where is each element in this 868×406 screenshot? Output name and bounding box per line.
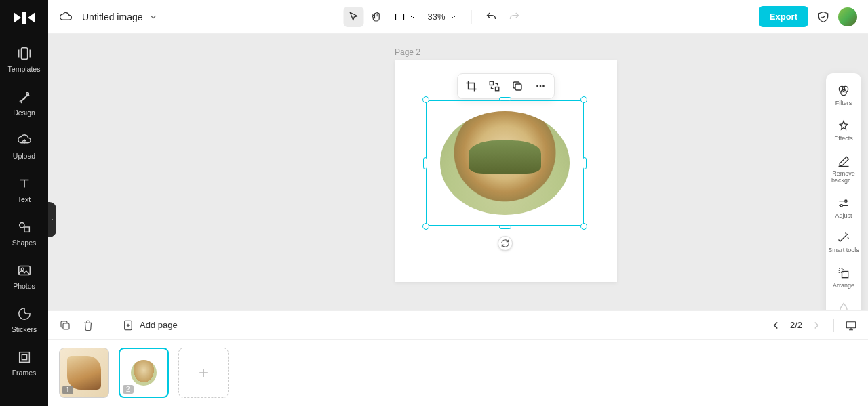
svg-rect-8 (22, 354, 26, 359)
nav-frames[interactable]: Frames (0, 343, 48, 386)
nav-text[interactable]: Text (0, 169, 48, 213)
add-page-button[interactable]: Add page (122, 319, 178, 331)
topbar: Untitled image 33% (48, 0, 868, 34)
app-logo[interactable] (12, 8, 37, 27)
replace-icon (488, 80, 500, 92)
bottom-left: Add page (59, 319, 178, 332)
left-sidebar: Templates Design Upload Text Shapes Phot… (0, 0, 48, 406)
resize-handle-nw[interactable] (422, 96, 429, 103)
smart-tools-button[interactable]: Smart tools (826, 226, 861, 260)
photos-icon (17, 263, 32, 278)
nav-label: Upload (13, 152, 35, 160)
thumbnail-strip: 1 2 + (48, 339, 868, 406)
divider (108, 319, 108, 332)
nav-templates[interactable]: Templates (0, 39, 48, 83)
expand-sidebar-tab[interactable] (48, 202, 56, 237)
next-page-button (810, 319, 823, 331)
resize-handle-w[interactable] (423, 157, 427, 169)
chevron-down-icon (450, 13, 458, 21)
resize-handle-s[interactable] (499, 225, 511, 229)
redo-button[interactable] (505, 7, 525, 27)
nav-label: Text (18, 195, 31, 203)
present-button[interactable] (845, 319, 857, 331)
wand-icon (837, 231, 850, 245)
chevron-down-icon (149, 12, 158, 22)
arrange-button[interactable]: Arrange (826, 261, 861, 295)
nav-label: Photos (13, 282, 35, 290)
page-thumbnail-2[interactable]: 2 (119, 348, 169, 398)
aspect-icon (393, 11, 406, 23)
nav-upload[interactable]: Upload (0, 126, 48, 169)
nav-shapes[interactable]: Shapes (0, 213, 48, 256)
topbar-center: 33% (343, 7, 524, 27)
cloud-sync-icon[interactable] (59, 10, 73, 24)
rotate-handle[interactable] (498, 236, 513, 251)
svg-point-13 (536, 85, 538, 87)
svg-point-17 (842, 86, 848, 92)
filters-button[interactable]: Filters (826, 79, 861, 113)
divider (833, 319, 834, 332)
thumb-number: 1 (62, 386, 73, 394)
zoom-dropdown[interactable]: 33% (423, 12, 461, 22)
svg-point-3 (19, 223, 24, 228)
divider (471, 10, 472, 24)
hand-icon (370, 11, 382, 23)
nav-design[interactable]: Design (0, 83, 48, 126)
hand-tool[interactable] (366, 7, 387, 27)
prev-page-button[interactable] (770, 319, 782, 331)
adjust-button[interactable]: Adjust (826, 191, 861, 225)
cursor-icon (347, 11, 359, 23)
selection-toolbar (457, 73, 555, 99)
page-label: Page 2 (395, 47, 420, 57)
nav-photos[interactable]: Photos (0, 256, 48, 300)
document-title: Untitled image (82, 12, 143, 22)
selection-box[interactable] (426, 100, 584, 226)
svg-rect-0 (22, 12, 26, 24)
svg-rect-1 (21, 48, 27, 60)
document-title-dropdown[interactable]: Untitled image (82, 12, 158, 22)
duplicate-icon (511, 80, 524, 92)
remove-background-button[interactable]: Remove backgr… (826, 149, 861, 190)
main-area: Untitled image 33% (48, 0, 868, 406)
adjust-icon (837, 197, 850, 210)
effects-button[interactable]: Effects (826, 114, 861, 148)
resize-handle-ne[interactable] (580, 96, 587, 103)
topbar-left: Untitled image (59, 10, 158, 24)
resize-handle-n[interactable] (499, 97, 511, 101)
undo-button[interactable] (481, 7, 502, 27)
page-thumbnail-1[interactable]: 1 (59, 348, 109, 398)
resize-handle-sw[interactable] (422, 223, 429, 230)
duplicate-button[interactable] (509, 78, 526, 94)
right-properties-panel: Filters Effects Remove backgr… Adjust Sm… (826, 73, 861, 310)
topbar-right: Export (759, 6, 857, 27)
resize-handle-e[interactable] (583, 157, 587, 169)
select-tool[interactable] (343, 7, 363, 27)
svg-rect-23 (63, 323, 69, 329)
crop-button[interactable] (463, 78, 479, 94)
svg-rect-7 (19, 352, 29, 363)
canvas-area[interactable]: Page 2 (48, 34, 868, 310)
aspect-ratio-dropdown[interactable] (389, 11, 420, 23)
svg-rect-10 (490, 81, 493, 85)
crop-icon (465, 80, 477, 92)
rp-label: Smart tools (828, 247, 859, 254)
svg-point-15 (542, 85, 545, 87)
thumb-number: 2 (123, 385, 134, 394)
svg-point-18 (841, 89, 846, 95)
resize-handle-se[interactable] (580, 223, 587, 230)
svg-point-14 (540, 85, 542, 87)
rp-label: Arrange (833, 283, 854, 289)
add-page-thumbnail[interactable]: + (178, 348, 229, 398)
upload-icon (17, 133, 32, 148)
nav-label: Stickers (12, 325, 37, 333)
export-button[interactable]: Export (759, 6, 808, 27)
replace-button[interactable] (486, 78, 502, 94)
svg-point-20 (840, 204, 842, 206)
eraser-icon (837, 155, 850, 168)
shield-icon[interactable] (816, 10, 830, 24)
more-button[interactable] (532, 78, 549, 94)
delete-page-button[interactable] (82, 319, 94, 331)
nav-stickers[interactable]: Stickers (0, 300, 48, 343)
duplicate-page-button[interactable] (59, 319, 71, 331)
user-avatar[interactable] (838, 7, 857, 26)
